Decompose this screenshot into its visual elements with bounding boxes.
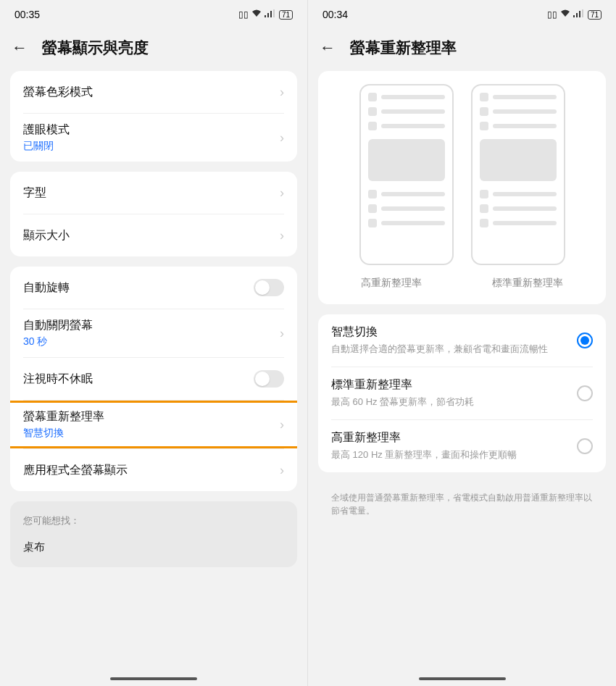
radio-standard[interactable] [577,385,593,401]
radio-smart[interactable] [577,332,593,348]
battery-icon: 71 [279,10,293,20]
battery-icon: 71 [588,10,602,20]
group-behavior: 自動旋轉 自動關閉螢幕 30 秒 › 注視時不休眠 螢幕重新整理率 智慧 [10,267,297,491]
status-icons: ▯▯ 71 [238,9,293,20]
illus-standard-phone [471,84,565,265]
chevron-right-icon: › [280,417,284,432]
description: 最高 60 Hz 螢幕更新率，節省功耗 [331,396,570,409]
label: 護眼模式 [23,122,280,138]
status-bar: 00:35 ▯▯ 71 [0,0,307,29]
wifi-icon [560,9,570,20]
svg-rect-3 [273,9,275,17]
label: 自動旋轉 [23,280,70,296]
label: 字型 [23,185,46,201]
chevron-right-icon: › [280,228,284,243]
suggestions: 您可能想找： 桌布 [10,501,297,567]
suggest-wallpaper[interactable]: 桌布 [23,540,284,554]
toggle-stay-awake[interactable] [254,370,284,388]
label: 自動關閉螢幕 [23,318,280,333]
status-icons: ▯▯ 71 [547,9,602,20]
svg-rect-4 [573,15,575,17]
settings-content: 螢幕色彩模式 › 護眼模式 已關閉 › 字型 › 顯示大小 › [0,71,307,686]
label: 標準重新整理率 [331,377,570,393]
page-title: 螢幕重新整理率 [350,38,457,58]
clock: 00:34 [322,9,348,20]
option-standard[interactable]: 標準重新整理率 最高 60 Hz 螢幕更新率，節省功耗 [318,367,606,419]
option-smart[interactable]: 智慧切換 自動選擇合適的螢幕更新率，兼顧省電和畫面流暢性 [318,314,606,367]
group-color: 螢幕色彩模式 › 護眼模式 已關閉 › [10,71,297,162]
chevron-right-icon: › [280,463,284,478]
label: 注視時不休眠 [23,372,93,387]
option-high[interactable]: 高重新整理率 最高 120 Hz 重新整理率，畫面和操作更順暢 [318,420,606,472]
signal-icon [573,9,583,20]
label: 應用程式全螢幕顯示 [23,463,128,478]
row-auto-rotate[interactable]: 自動旋轉 [10,267,297,309]
page-header: ← 螢幕重新整理率 [308,29,616,71]
label: 高重新整理率 [331,430,570,446]
label: 智慧切換 [331,325,570,340]
chevron-right-icon: › [280,185,284,201]
screen-display-settings: 00:35 ▯▯ 71 ← 螢幕顯示與亮度 螢幕色彩模式 › 護眼模式 [0,0,308,686]
svg-rect-5 [576,13,578,17]
row-font[interactable]: 字型 › [10,172,297,214]
suggest-heading: 您可能想找： [23,514,284,527]
page-title: 螢幕顯示與亮度 [42,38,149,58]
illus-label-high: 高重新整理率 [361,277,422,290]
svg-rect-6 [579,11,580,17]
nav-handle[interactable] [419,677,506,680]
row-refresh-rate[interactable]: 螢幕重新整理率 智慧切換 › [10,401,297,448]
svg-rect-1 [267,13,269,17]
toggle-auto-rotate[interactable] [254,279,284,296]
label: 螢幕色彩模式 [23,85,93,100]
screen-refresh-rate: 00:34 ▯▯ 71 ← 螢幕重新整理率 [308,0,616,686]
value: 智慧切換 [23,427,280,440]
back-icon[interactable]: ← [12,38,28,57]
footnote: 全域使用普通螢幕重新整理率，省電模式自動啟用普通重新整理率以節省電量。 [318,482,606,517]
illus-high-phone [359,84,454,265]
row-fullscreen-apps[interactable]: 應用程式全螢幕顯示 › [10,449,297,491]
row-color-mode[interactable]: 螢幕色彩模式 › [10,71,297,113]
nav-handle[interactable] [110,677,197,680]
page-header: ← 螢幕顯示與亮度 [0,29,307,71]
signal-icon [265,9,275,20]
description: 最高 120 Hz 重新整理率，畫面和操作更順暢 [331,448,570,462]
description: 自動選擇合適的螢幕更新率，兼顧省電和畫面流暢性 [331,343,570,356]
refresh-content: 高重新整理率 標準重新整理率 智慧切換 自動選擇合適的螢幕更新率，兼顧省電和畫面… [308,71,616,686]
value: 30 秒 [23,335,280,348]
chevron-right-icon: › [280,130,284,146]
label: 顯示大小 [23,228,70,243]
row-eye-comfort[interactable]: 護眼模式 已關閉 › [10,114,297,162]
row-auto-off[interactable]: 自動關閉螢幕 30 秒 › [10,309,297,357]
svg-rect-0 [265,15,266,17]
back-icon[interactable]: ← [320,38,336,57]
chevron-right-icon: › [280,85,284,100]
options-card: 智慧切換 自動選擇合適的螢幕更新率，兼顧省電和畫面流暢性 標準重新整理率 最高 … [318,314,606,472]
chevron-right-icon: › [280,326,284,341]
vibrate-icon: ▯▯ [238,9,249,20]
svg-rect-2 [270,11,272,17]
wifi-icon [251,9,262,20]
row-display-size[interactable]: 顯示大小 › [10,214,297,256]
row-stay-awake[interactable]: 注視時不休眠 [10,358,297,400]
label: 螢幕重新整理率 [23,409,280,424]
clock: 00:35 [14,9,40,20]
illus-label-standard: 標準重新整理率 [492,277,563,290]
status-bar: 00:34 ▯▯ 71 [308,0,616,29]
svg-rect-7 [582,9,583,17]
vibrate-icon: ▯▯ [547,9,557,20]
group-font: 字型 › 顯示大小 › [10,172,297,256]
illustration-card: 高重新整理率 標準重新整理率 [318,71,606,304]
radio-high[interactable] [577,438,593,454]
status: 已關閉 [23,140,280,153]
